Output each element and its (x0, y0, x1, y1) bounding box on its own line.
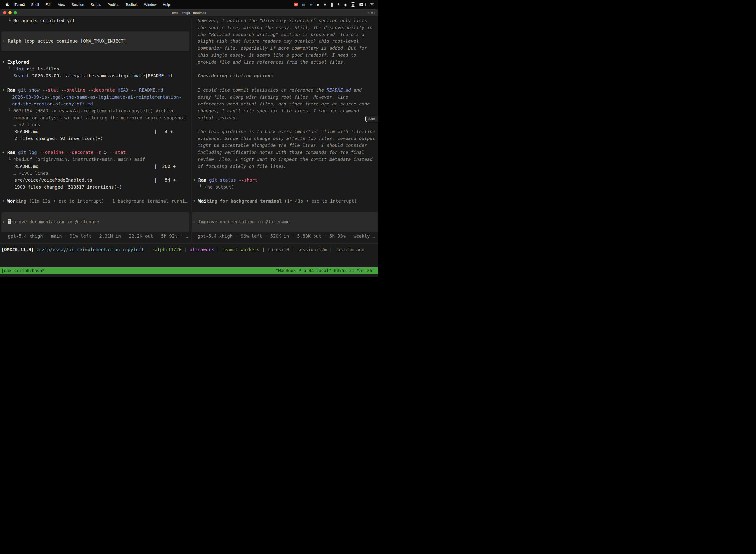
text-segment: [OMX#0.11.9] (1, 247, 37, 252)
text-segment: essay file, along with finding root file… (198, 94, 348, 100)
terminal-line: including verification notes with those … (198, 149, 364, 156)
text-segment: Explored (7, 59, 29, 64)
text-segment: companion analysis without altering the … (13, 115, 186, 120)
terminal-line: the “Related research writing” section i… (198, 31, 364, 38)
text-segment: turns:10 (268, 247, 289, 252)
text-segment: Wai (198, 198, 207, 204)
text-segment: git ls-files (24, 66, 59, 71)
terminal-line: I could cite commit statistics or refere… (198, 87, 362, 93)
text-segment: gpt-5.4 xhigh · main · 91% left · 2.31M … (8, 233, 188, 238)
terminal-line: Search 2026-03-09-is-legal-the-same-as-l… (13, 73, 172, 79)
tmux-session-window: [omx-cczip0:bash* (1, 267, 45, 274)
text-segment: git log (18, 150, 40, 155)
text-segment: git show (18, 88, 43, 93)
terminal-line: README.md | 4 + (14, 128, 173, 135)
text-segment: The team guideline is to back every impo… (198, 129, 375, 134)
text-segment: this single essay, it seems like a good … (198, 52, 356, 58)
text-segment: evidence. Since this change only affects… (198, 136, 375, 141)
terminal-line: review. Also, I might want to inspect th… (198, 156, 372, 163)
terminal-line: The team guideline is to back every impo… (198, 128, 375, 135)
text-segment: of focusing solely on file lines. (198, 164, 287, 169)
screen-capture-popover[interactable]: Scre (365, 116, 378, 122)
terminal-line: • Ran git log --oneline --decorate -n 5 … (2, 149, 126, 156)
terminal-line: Considering citation options (198, 73, 273, 79)
terminal-line: └ List git ls-files (8, 66, 59, 72)
text-segment: --short (239, 177, 257, 183)
text-segment: might be acceptable alongside the file l… (198, 143, 367, 148)
text-segment: • (2, 88, 7, 93)
text-segment: However, I noticed the “Directory Struct… (198, 18, 367, 23)
terminal-line: references need actual files, and since … (198, 101, 370, 107)
text-segment: › (193, 219, 198, 224)
terminal-line: slight risk that future readers may over… (198, 38, 359, 44)
text-segment: I could cite commit statistics or refere… (198, 88, 327, 93)
text-segment: (11m 13s • esc to interrupt) · 1 backgro… (26, 198, 188, 204)
terminal-line: However, I noticed the “Directory Struct… (198, 17, 367, 24)
text-segment: Wor (7, 198, 16, 204)
text-segment: mprove documentation in @filename (11, 219, 100, 224)
text-segment: 5 (104, 150, 110, 155)
text-segment: companion file, especially if more comme… (198, 45, 367, 51)
text-segment: and (351, 88, 362, 93)
terminal-line: … +1901 lines (13, 170, 48, 176)
text-segment: Ran (7, 150, 18, 155)
text-segment: … +2 lines (13, 122, 40, 127)
terminal-content: └ No agents completed yet› Ralph loop ac… (0, 0, 378, 277)
terminal-line: 1903 files changed, 513517 insertions(+) (14, 184, 122, 190)
text-segment: 1903 files changed, 513517 insertions(+) (14, 184, 122, 189)
text-segment: • (2, 59, 7, 64)
text-segment: No agents completed yet (13, 18, 75, 23)
text-segment: output instead. (198, 115, 238, 120)
text-segment: └ (no output) (199, 184, 234, 189)
text-segment: • (2, 150, 7, 155)
text-segment: -n (96, 150, 104, 155)
text-segment: gpt-5.4 xhigh · 96% left · 520K in · 5.8… (198, 233, 375, 238)
text-segment: Search (13, 73, 29, 78)
text-segment: Ran (198, 177, 209, 183)
text-segment: • (193, 177, 198, 183)
text-segment: 2026-03-09-is-legal-the-same-as-legitima… (29, 73, 172, 78)
terminal-line: └ (no output) (199, 184, 234, 190)
text-segment: provide file and line references from th… (198, 59, 345, 64)
prompt-input-right-text: › Improve documentation in @filename (193, 219, 290, 225)
text-segment: --stat --oneline --decorate (43, 88, 118, 93)
text-segment: the “Related research writing” section i… (198, 32, 364, 37)
text-segment: --oneline --decorate (40, 150, 96, 155)
text-segment: --stat (110, 150, 126, 155)
text-segment: the source tree, missing the essay. Stil… (198, 25, 372, 30)
text-segment: • (2, 198, 7, 204)
prompt-input-left-text: › Improve documentation in @filename (2, 219, 99, 225)
text-segment: | (214, 247, 222, 252)
pane-divider[interactable] (191, 17, 191, 243)
terminal-line: README.md | 280 + (14, 163, 176, 170)
terminal-line: • Working (11m 13s • esc to interrupt) ·… (2, 198, 188, 204)
text-segment: | (327, 247, 335, 252)
text-segment: ting for background terminal (206, 198, 281, 204)
terminal-line: └ No agents completed yet (8, 17, 75, 24)
text-segment: └ (8, 66, 13, 71)
text-segment: └ 067f154 (HEAD -> essay/ai-reimplementa… (8, 108, 175, 113)
text-segment: ultrawork (190, 247, 214, 252)
text-segment: team:1 workers (222, 247, 260, 252)
text-segment: review. Also, I might want to inspect th… (198, 157, 372, 162)
text-segment: README.md | 280 + (14, 164, 176, 169)
terminal-line: └ 067f154 (HEAD -> essay/ai-reimplementa… (8, 108, 175, 114)
terminal-line: changes, I can't cite specific file line… (198, 108, 359, 114)
terminal-line: └ 4b9d30f (origin/main, instructkr/main,… (8, 156, 145, 163)
terminal-line: • Explored (2, 59, 29, 65)
terminal-line: … +2 lines (13, 121, 40, 128)
text-segment: git status (209, 177, 239, 183)
model-status-right: gpt-5.4 xhigh · 96% left · 520K in · 5.8… (198, 233, 375, 239)
terminal-line: essay file, along with finding root file… (198, 94, 348, 100)
text-segment: | (289, 247, 297, 252)
terminal-line: 2 files changed, 92 insertions(+) (14, 135, 103, 142)
terminal-line: 2026-03-09-is-legal-the-same-as-legitima… (12, 94, 182, 100)
text-segment: cczip/essay/ai-reimplementation-copyleft (37, 247, 144, 252)
text-segment: └ (8, 18, 13, 23)
text-segment: including verification notes with those … (198, 150, 364, 155)
text-segment: (1m 41s • esc to interrupt) (282, 198, 357, 204)
text-segment: ralph:11/20 (152, 247, 182, 252)
tmux-status-bar: [omx-cczip0:bash* "MacBook-Pro-44.local"… (0, 267, 378, 274)
terminal-line: companion file, especially if more comme… (198, 45, 367, 51)
terminal-line: and-the-erosion-of-copyleft.md (12, 101, 93, 107)
